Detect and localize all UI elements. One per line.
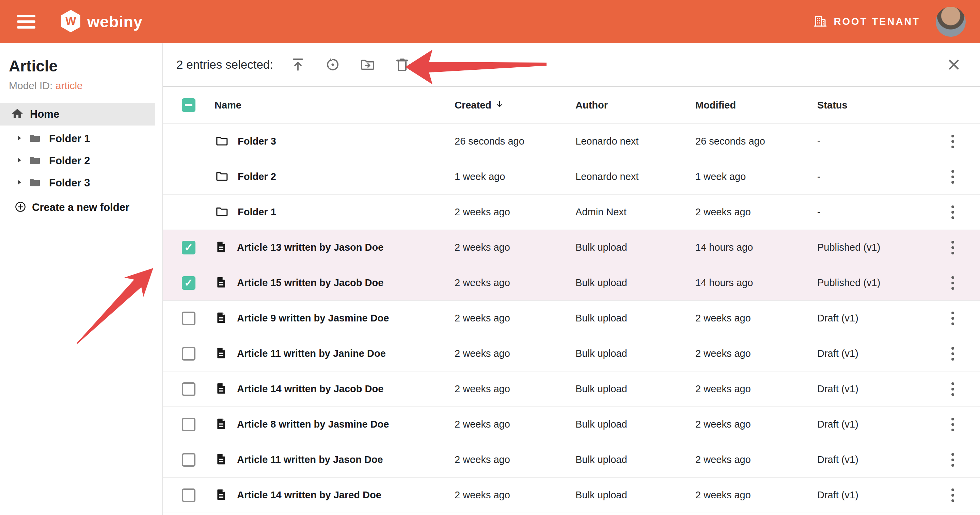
row-menu-button[interactable] xyxy=(949,344,957,363)
menu-icon[interactable] xyxy=(17,15,35,29)
building-icon xyxy=(813,14,828,30)
entry-name[interactable]: Folder 2 xyxy=(238,171,276,182)
row-menu-button[interactable] xyxy=(949,274,957,293)
row-checkbox[interactable] xyxy=(182,453,196,467)
entry-modified: 2 weeks ago xyxy=(695,419,817,430)
svg-text:W: W xyxy=(65,14,76,27)
entry-name[interactable]: Article 9 written by Jasmine Doe xyxy=(237,312,389,324)
row-menu-button[interactable] xyxy=(949,167,957,186)
chevron-right-icon[interactable] xyxy=(16,157,23,165)
entry-author: Bulk upload xyxy=(576,277,695,288)
document-icon xyxy=(215,275,228,291)
top-bar: W webiny ROOT TENANT xyxy=(0,0,980,43)
publish-button[interactable] xyxy=(290,56,307,73)
entry-name[interactable]: Article 13 written by Jason Doe xyxy=(237,242,383,253)
entry-name[interactable]: Article 11 written by Janine Doe xyxy=(237,348,386,359)
entry-author: Bulk upload xyxy=(576,454,695,465)
table-row[interactable]: Article 9 written by Jasmine Doe 2 weeks… xyxy=(163,301,980,336)
table-row[interactable]: Folder 1 2 weeks ago Admin Next 2 weeks … xyxy=(163,195,980,230)
brand-name: webiny xyxy=(87,12,142,31)
table-row[interactable]: Article 11 written by Janine Doe 2 weeks… xyxy=(163,336,980,371)
sidebar-item-folder-2[interactable]: Folder 2 xyxy=(0,150,162,172)
sidebar-item-folder-3[interactable]: Folder 3 xyxy=(0,172,162,194)
entry-modified: 2 weeks ago xyxy=(695,312,817,324)
select-all-checkbox[interactable] xyxy=(182,98,196,112)
table-row[interactable]: Article 14 written by Jacob Doe 2 weeks … xyxy=(163,371,980,407)
close-icon[interactable] xyxy=(945,56,962,73)
entry-status: Draft (v1) xyxy=(817,312,926,324)
table-row[interactable]: Article 14 written by Jared Doe 2 weeks … xyxy=(163,478,980,513)
user-avatar[interactable] xyxy=(936,7,966,37)
table-row[interactable]: Folder 3 26 seconds ago Leonardo next 26… xyxy=(163,124,980,159)
model-id-link[interactable]: article xyxy=(56,80,83,91)
entry-name[interactable]: Article 14 written by Jacob Doe xyxy=(237,383,383,395)
content-area: 2 entries selected: xyxy=(163,43,980,515)
entry-name[interactable]: Article 11 written by Jason Doe xyxy=(237,454,383,465)
sidebar-item-folder-1[interactable]: Folder 1 xyxy=(0,128,162,150)
row-menu-button[interactable] xyxy=(949,309,957,328)
webiny-hexagon-icon: W xyxy=(60,9,82,34)
entry-name[interactable]: Article 8 written by Jasmine Doe xyxy=(237,419,389,430)
row-menu-button[interactable] xyxy=(949,486,957,505)
column-header-status[interactable]: Status xyxy=(817,100,848,111)
entry-created: 1 week ago xyxy=(455,171,576,182)
entry-status: Draft (v1) xyxy=(817,454,926,465)
entry-author: Bulk upload xyxy=(576,348,695,359)
sidebar-item-home[interactable]: Home xyxy=(0,103,155,125)
document-icon xyxy=(215,310,228,326)
document-icon xyxy=(215,452,228,468)
row-menu-button[interactable] xyxy=(949,203,957,222)
unpublish-button[interactable] xyxy=(324,56,341,73)
entry-author: Bulk upload xyxy=(576,242,695,253)
row-checkbox[interactable] xyxy=(182,276,196,290)
folder-icon xyxy=(215,134,229,149)
entry-author: Bulk upload xyxy=(576,383,695,395)
column-header-author[interactable]: Author xyxy=(576,100,608,111)
row-menu-button[interactable] xyxy=(949,450,957,469)
entry-modified: 14 hours ago xyxy=(695,242,817,253)
entry-modified: 2 weeks ago xyxy=(695,206,817,218)
entry-created: 2 weeks ago xyxy=(455,490,576,501)
entry-status: - xyxy=(817,136,926,147)
entry-created: 2 weeks ago xyxy=(455,348,576,359)
tenant-selector[interactable]: ROOT TENANT xyxy=(813,14,920,30)
webiny-logo[interactable]: W webiny xyxy=(60,9,142,34)
create-folder-button[interactable]: Create a new folder xyxy=(0,197,162,218)
model-id: Model ID: article xyxy=(9,80,154,92)
entry-author: Admin Next xyxy=(576,206,695,218)
row-checkbox[interactable] xyxy=(182,418,196,431)
chevron-right-icon[interactable] xyxy=(16,135,23,143)
document-icon xyxy=(215,487,228,504)
delete-button[interactable] xyxy=(394,56,410,73)
move-to-folder-button[interactable] xyxy=(359,56,376,73)
column-header-name[interactable]: Name xyxy=(215,100,242,111)
row-checkbox[interactable] xyxy=(182,347,196,361)
table-row[interactable]: Article 8 written by Jasmine Doe 2 weeks… xyxy=(163,407,980,442)
table-row[interactable]: Article 11 written by Jason Doe 2 weeks … xyxy=(163,442,980,478)
chevron-right-icon[interactable] xyxy=(16,179,23,187)
column-header-modified[interactable]: Modified xyxy=(695,100,736,111)
row-checkbox[interactable] xyxy=(182,382,196,396)
row-menu-button[interactable] xyxy=(949,238,957,257)
row-menu-button[interactable] xyxy=(949,415,957,434)
folder-icon xyxy=(215,205,229,220)
entry-name[interactable]: Article 15 written by Jacob Doe xyxy=(237,277,383,288)
table-row[interactable]: Article 15 written by Jacob Doe 2 weeks … xyxy=(163,265,980,301)
entry-created: 2 weeks ago xyxy=(455,383,576,395)
document-icon xyxy=(215,416,228,433)
entry-name[interactable]: Folder 3 xyxy=(238,136,276,147)
column-header-created[interactable]: Created xyxy=(455,99,576,111)
row-menu-button[interactable] xyxy=(949,380,957,399)
entry-status: Published (v1) xyxy=(817,277,926,288)
table-row[interactable]: Article 13 written by Jason Doe 2 weeks … xyxy=(163,230,980,265)
entry-name[interactable]: Article 14 written by Jared Doe xyxy=(237,490,381,501)
row-checkbox[interactable] xyxy=(182,312,196,325)
row-checkbox[interactable] xyxy=(182,241,196,254)
row-menu-button[interactable] xyxy=(949,132,957,151)
row-checkbox[interactable] xyxy=(182,488,196,502)
table-row[interactable]: Folder 2 1 week ago Leonardo next 1 week… xyxy=(163,159,980,195)
entry-created: 2 weeks ago xyxy=(455,312,576,324)
home-icon xyxy=(11,107,24,122)
entry-name[interactable]: Folder 1 xyxy=(238,206,276,218)
entry-created: 2 weeks ago xyxy=(455,206,576,218)
